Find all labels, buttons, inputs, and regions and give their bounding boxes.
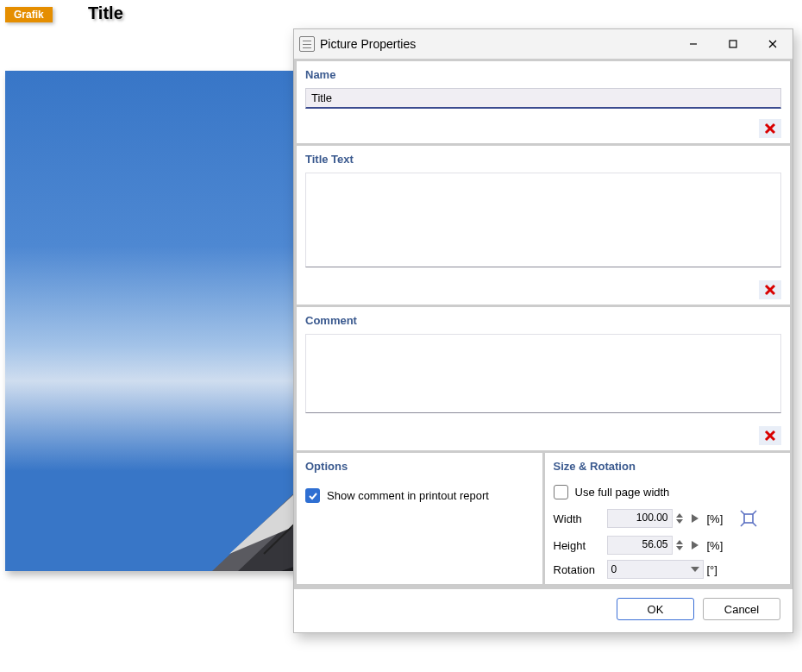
clear-comment-button[interactable] — [759, 426, 781, 445]
width-spinner[interactable] — [676, 509, 688, 528]
size-rotation-panel: Size & Rotation Use full page width Widt… — [545, 453, 791, 584]
svg-line-24 — [753, 523, 756, 526]
svg-line-22 — [753, 511, 756, 514]
button-bar: OK Cancel — [294, 589, 793, 632]
titlebar[interactable]: Picture Properties — [294, 29, 793, 59]
show-comment-checkbox[interactable] — [305, 488, 320, 503]
options-label: Options — [305, 460, 534, 473]
page-title: Title — [88, 3, 123, 23]
close-button[interactable] — [753, 29, 793, 59]
width-label: Width — [554, 512, 604, 525]
options-panel: Options Show comment in printout report — [297, 453, 542, 584]
comment-label: Comment — [305, 314, 781, 327]
height-step-right[interactable] — [692, 539, 704, 552]
name-label: Name — [305, 68, 781, 81]
name-panel: Name Title — [297, 61, 790, 143]
fit-icon[interactable] — [736, 506, 761, 531]
height-spinner[interactable] — [676, 536, 688, 555]
svg-marker-26 — [676, 546, 683, 550]
svg-marker-27 — [692, 541, 699, 550]
width-unit: [%] — [707, 512, 733, 525]
document-icon — [299, 36, 315, 52]
grafik-badge: Grafik — [5, 7, 53, 22]
name-value: Title — [311, 91, 332, 104]
title-text-label: Title Text — [305, 153, 781, 166]
picture-properties-dialog: Picture Properties Name Title — [293, 28, 793, 633]
show-comment-label: Show comment in printout report — [327, 489, 489, 502]
clear-titletext-button[interactable] — [759, 280, 781, 299]
cancel-button[interactable]: Cancel — [703, 598, 780, 620]
svg-rect-8 — [730, 41, 736, 47]
rotation-select[interactable]: 0 — [607, 560, 704, 579]
svg-marker-19 — [692, 514, 699, 523]
dialog-title: Picture Properties — [320, 37, 416, 51]
rotation-unit: [°] — [707, 563, 733, 576]
maximize-button[interactable] — [713, 29, 753, 59]
svg-marker-28 — [691, 567, 699, 572]
rotation-value: 0 — [611, 563, 617, 575]
rotation-label: Rotation — [554, 563, 604, 576]
height-unit: [%] — [707, 539, 733, 552]
width-input[interactable]: 100.00 — [607, 509, 673, 528]
comment-input[interactable] — [305, 334, 781, 413]
height-input[interactable]: 56.05 — [607, 536, 673, 555]
ok-button[interactable]: OK — [617, 598, 694, 620]
name-input[interactable]: Title — [305, 88, 781, 109]
svg-marker-18 — [676, 519, 683, 524]
svg-rect-20 — [744, 514, 753, 523]
full-width-checkbox[interactable] — [554, 485, 568, 499]
minimize-button[interactable] — [674, 29, 713, 59]
full-width-label: Use full page width — [575, 486, 670, 499]
title-text-input[interactable] — [305, 173, 781, 267]
svg-marker-17 — [676, 513, 683, 518]
size-rotation-label: Size & Rotation — [554, 460, 782, 473]
svg-marker-25 — [676, 540, 683, 544]
height-label: Height — [554, 539, 604, 552]
svg-line-21 — [741, 511, 744, 514]
clear-name-button[interactable] — [759, 119, 781, 138]
comment-panel: Comment — [297, 307, 790, 450]
width-step-right[interactable] — [692, 512, 704, 525]
title-text-panel: Title Text — [297, 146, 790, 305]
svg-line-23 — [741, 523, 744, 526]
